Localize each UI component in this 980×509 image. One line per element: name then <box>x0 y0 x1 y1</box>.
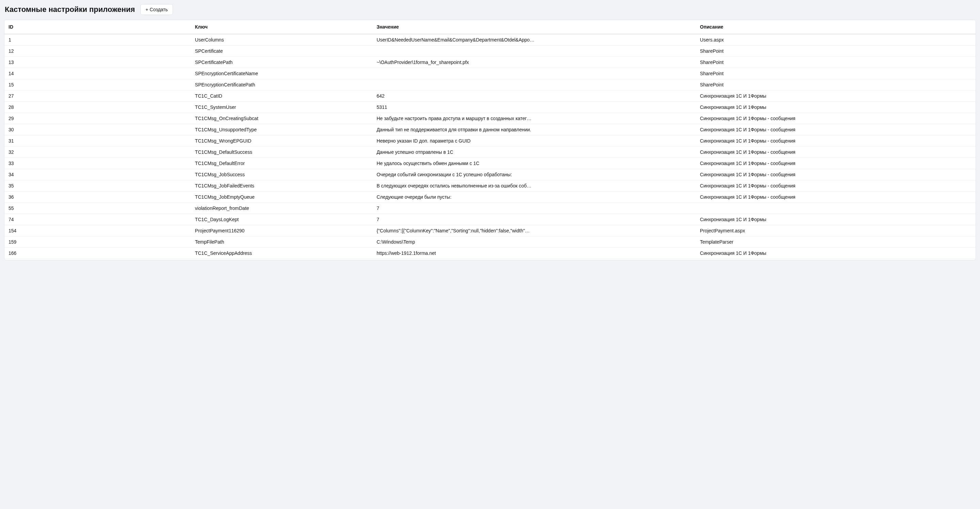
table-row[interactable]: 29TC1CMsg_OnCreatingSubcatНе забудьте на… <box>5 113 975 124</box>
cell-value: Не забудьте настроить права доступа и ма… <box>372 113 696 124</box>
cell-value <box>372 68 696 79</box>
cell-id: 172 <box>5 259 191 260</box>
col-header-id[interactable]: ID <box>5 20 191 34</box>
cell-value: C:\Windows\Temp <box>372 236 696 248</box>
table-row[interactable]: 27TC1C_CatID642Синхронизация 1С И 1Формы <box>5 90 975 102</box>
cell-value: Не удалось осуществить обмен данными с 1… <box>372 158 696 169</box>
cell-desc: Синхронизация 1С И 1Формы <box>696 248 975 259</box>
table-row[interactable]: 33TC1CMsg_DefaultErrorНе удалось осущест… <box>5 158 975 169</box>
cell-desc: Users.aspx <box>696 34 975 46</box>
cell-desc: Синхронизация 1С И 1Формы - сообщения <box>696 135 975 147</box>
cell-desc: Синхронизация 1С И 1Формы - сообщения <box>696 169 975 180</box>
cell-desc: SharePoint <box>696 46 975 57</box>
cell-id: 34 <box>5 169 191 180</box>
col-header-key[interactable]: Ключ <box>191 20 372 34</box>
cell-key: ProjectPayment116290 <box>191 225 372 236</box>
page-header: Кастомные настройки приложения + Создать <box>4 4 976 15</box>
cell-value: UserID&NeededUserName&Email&Company&Depa… <box>372 34 696 46</box>
table-row[interactable]: 36TC1CMsg_JobEmptyQueueСледующие очереди… <box>5 192 975 203</box>
table-row[interactable]: 154ProjectPayment116290{"Columns":[{"Col… <box>5 225 975 236</box>
col-header-desc[interactable]: Описание <box>696 20 975 34</box>
cell-desc: OBISubforms <box>696 259 975 260</box>
cell-key: TC1CMsg_DefaultError <box>191 158 372 169</box>
table-row[interactable]: 31TC1CMsg_WrongEPGUIDНеверно указан ID д… <box>5 135 975 147</box>
cell-desc: Синхронизация 1С И 1Формы <box>696 90 975 102</box>
cell-id: 28 <box>5 102 191 113</box>
cell-id: 74 <box>5 214 191 225</box>
settings-table-container: ID Ключ Значение Описание 1UserColumnsUs… <box>4 20 976 260</box>
cell-id: 159 <box>5 236 191 248</box>
cell-value: 5311 <box>372 102 696 113</box>
cell-desc <box>696 203 975 214</box>
cell-desc: Синхронизация 1С И 1Формы - сообщения <box>696 192 975 203</box>
cell-id: 166 <box>5 248 191 259</box>
table-row[interactable]: 172SystemUserId1OBISubforms <box>5 259 975 260</box>
cell-desc: ProjectPayment.aspx <box>696 225 975 236</box>
cell-desc: TemplateParser <box>696 236 975 248</box>
cell-key: TC1C_DaysLogKept <box>191 214 372 225</box>
table-row[interactable]: 15SPEncryptionCertificatePathSharePoint <box>5 79 975 90</box>
cell-key: TC1CMsg_OnCreatingSubcat <box>191 113 372 124</box>
cell-id: 27 <box>5 90 191 102</box>
create-button[interactable]: + Создать <box>140 4 173 15</box>
cell-value: Очереди событий синхронизации с 1С успеш… <box>372 169 696 180</box>
table-row[interactable]: 159TempFilePathC:\Windows\TempTemplatePa… <box>5 236 975 248</box>
cell-id: 33 <box>5 158 191 169</box>
table-row[interactable]: 1UserColumnsUserID&NeededUserName&Email&… <box>5 34 975 46</box>
table-row[interactable]: 166TC1C_ServiceAppAddresshttps://web-191… <box>5 248 975 259</box>
cell-id: 1 <box>5 34 191 46</box>
cell-id: 12 <box>5 46 191 57</box>
cell-id: 36 <box>5 192 191 203</box>
table-row[interactable]: 35TC1CMsg_JobFailedEventsВ следующих оче… <box>5 180 975 192</box>
cell-desc: SharePoint <box>696 68 975 79</box>
table-row[interactable]: 13SPCertificatePath~\OAuthProvider\1form… <box>5 57 975 68</box>
cell-key: TC1CMsg_JobFailedEvents <box>191 180 372 192</box>
cell-value: 7 <box>372 203 696 214</box>
table-row[interactable]: 28TC1C_SystemUser5311Синхронизация 1С И … <box>5 102 975 113</box>
cell-value: 642 <box>372 90 696 102</box>
table-row[interactable]: 32TC1CMsg_DefaultSuccessДанные успешно о… <box>5 147 975 158</box>
cell-key: SystemUserId <box>191 259 372 260</box>
cell-value: Данный тип не поддерживается для отправк… <box>372 124 696 135</box>
cell-value <box>372 79 696 90</box>
cell-id: 13 <box>5 57 191 68</box>
table-row[interactable]: 14SPEncryptionCertificateNameSharePoint <box>5 68 975 79</box>
cell-desc: Синхронизация 1С И 1Формы - сообщения <box>696 180 975 192</box>
cell-key: TC1CMsg_JobEmptyQueue <box>191 192 372 203</box>
table-row[interactable]: 74TC1C_DaysLogKept7Синхронизация 1С И 1Ф… <box>5 214 975 225</box>
cell-id: 55 <box>5 203 191 214</box>
cell-key: SPCertificate <box>191 46 372 57</box>
cell-id: 31 <box>5 135 191 147</box>
settings-table: ID Ключ Значение Описание 1UserColumnsUs… <box>5 20 975 260</box>
col-header-value[interactable]: Значение <box>372 20 696 34</box>
cell-key: TC1C_CatID <box>191 90 372 102</box>
cell-value: https://web-1912.1forma.net <box>372 248 696 259</box>
cell-desc: Синхронизация 1С И 1Формы - сообщения <box>696 147 975 158</box>
cell-id: 154 <box>5 225 191 236</box>
cell-id: 15 <box>5 79 191 90</box>
cell-value: 7 <box>372 214 696 225</box>
cell-id: 30 <box>5 124 191 135</box>
cell-key: TC1CMsg_JobSuccess <box>191 169 372 180</box>
cell-key: SPEncryptionCertificatePath <box>191 79 372 90</box>
cell-key: TC1CMsg_DefaultSuccess <box>191 147 372 158</box>
table-header-row: ID Ключ Значение Описание <box>5 20 975 34</box>
cell-key: TC1CMsg_WrongEPGUID <box>191 135 372 147</box>
cell-value: {"Columns":[{"ColumnKey":"Name","Sorting… <box>372 225 696 236</box>
cell-key: SPEncryptionCertificateName <box>191 68 372 79</box>
cell-desc: Синхронизация 1С И 1Формы - сообщения <box>696 124 975 135</box>
create-button-label: Создать <box>150 7 168 12</box>
cell-desc: Синхронизация 1С И 1Формы <box>696 214 975 225</box>
table-row[interactable]: 12SPCertificateSharePoint <box>5 46 975 57</box>
cell-value: Данные успешно отправлены в 1С <box>372 147 696 158</box>
cell-key: SPCertificatePath <box>191 57 372 68</box>
cell-key: UserColumns <box>191 34 372 46</box>
table-row[interactable]: 55violationReport_fromDate7 <box>5 203 975 214</box>
settings-table-scroll[interactable]: ID Ключ Значение Описание 1UserColumnsUs… <box>5 20 975 260</box>
cell-value: В следующих очередях остались невыполнен… <box>372 180 696 192</box>
table-row[interactable]: 30TC1CMsg_UnsupportedTypeДанный тип не п… <box>5 124 975 135</box>
table-row[interactable]: 34TC1CMsg_JobSuccessОчереди событий синх… <box>5 169 975 180</box>
page-title: Кастомные настройки приложения <box>5 5 135 14</box>
cell-key: TempFilePath <box>191 236 372 248</box>
cell-key: TC1CMsg_UnsupportedType <box>191 124 372 135</box>
